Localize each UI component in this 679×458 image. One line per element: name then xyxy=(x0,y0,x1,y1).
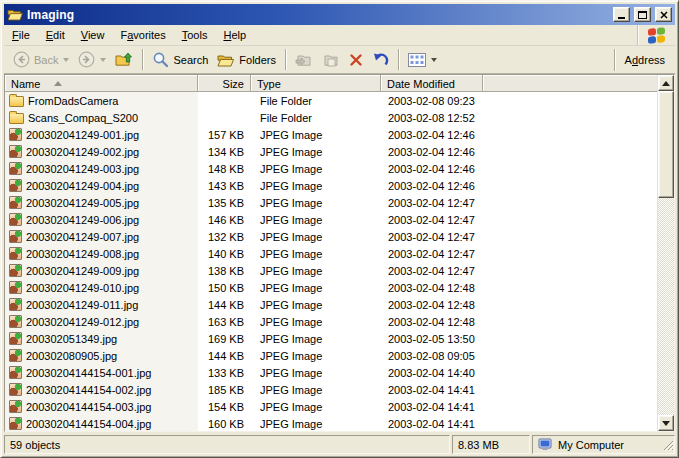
file-date-modified: 2003-02-04 14:41 xyxy=(381,384,483,396)
close-button[interactable] xyxy=(655,7,672,22)
file-date-modified: 2003-02-04 12:46 xyxy=(381,163,483,175)
file-size: 148 KB xyxy=(198,163,251,175)
jpeg-image-icon xyxy=(9,298,22,311)
table-row[interactable]: 200302041249-006.jpg 146 KB JPEG Image 2… xyxy=(5,211,657,228)
folder-icon xyxy=(9,96,24,107)
file-type: JPEG Image xyxy=(251,129,381,141)
table-row[interactable]: 200302041249-005.jpg 135 KB JPEG Image 2… xyxy=(5,194,657,211)
menu-help[interactable]: Help xyxy=(215,25,254,45)
file-type: JPEG Image xyxy=(251,214,381,226)
forward-icon xyxy=(78,51,95,68)
table-row[interactable]: 20030204144154-004.jpg 160 KB JPEG Image… xyxy=(5,415,657,431)
file-size: 144 KB xyxy=(198,350,251,362)
scroll-up-button[interactable] xyxy=(658,75,674,91)
table-row[interactable]: 200302041249-007.jpg 132 KB JPEG Image 2… xyxy=(5,228,657,245)
file-type: JPEG Image xyxy=(251,163,381,175)
file-name: 200302041249-001.jpg xyxy=(26,129,139,141)
back-button[interactable]: Back xyxy=(9,48,73,71)
toolbar-separator xyxy=(398,49,399,70)
table-row[interactable]: 200302041249-010.jpg 150 KB JPEG Image 2… xyxy=(5,279,657,296)
scrollbar-track[interactable] xyxy=(658,198,674,415)
table-row[interactable]: 200302041249-008.jpg 140 KB JPEG Image 2… xyxy=(5,245,657,262)
menu-file[interactable]: File xyxy=(4,25,38,45)
file-date-modified: 2003-02-04 12:48 xyxy=(381,299,483,311)
forward-dropdown-icon[interactable] xyxy=(100,58,106,62)
move-to-button[interactable] xyxy=(291,50,317,70)
table-row[interactable]: 200302041249-012.jpg 163 KB JPEG Image 2… xyxy=(5,313,657,330)
titlebar[interactable]: Imaging xyxy=(4,4,675,25)
file-date-modified: 2003-02-04 14:41 xyxy=(381,418,483,430)
file-size: 132 KB xyxy=(198,231,251,243)
forward-button[interactable] xyxy=(74,48,110,71)
address-label: Address xyxy=(625,54,665,66)
file-date-modified: 2003-02-04 12:48 xyxy=(381,282,483,294)
copy-to-icon xyxy=(322,53,340,67)
table-row[interactable]: Scans_Compaq_S200 File Folder 2003-02-08… xyxy=(5,109,657,126)
menu-favorites[interactable]: Favorites xyxy=(112,25,173,45)
delete-x-icon xyxy=(349,53,363,67)
file-type: JPEG Image xyxy=(251,418,381,430)
file-date-modified: 2003-02-04 14:41 xyxy=(381,401,483,413)
back-dropdown-icon[interactable] xyxy=(63,58,69,62)
column-header-size[interactable]: Size xyxy=(198,75,251,92)
column-header-type[interactable]: Type xyxy=(251,75,381,92)
file-date-modified: 2003-02-04 12:47 xyxy=(381,231,483,243)
up-folder-icon xyxy=(115,52,133,67)
file-size: 134 KB xyxy=(198,146,251,158)
table-row[interactable]: 20030204144154-003.jpg 154 KB JPEG Image… xyxy=(5,398,657,415)
file-list-view: Name Size Type Date Modified FromDadsCam… xyxy=(4,74,675,432)
scroll-down-button[interactable] xyxy=(658,415,674,431)
file-date-modified: 2003-02-04 12:47 xyxy=(381,248,483,260)
table-row[interactable]: 20030204144154-001.jpg 133 KB JPEG Image… xyxy=(5,364,657,381)
file-size: 138 KB xyxy=(198,265,251,277)
jpeg-image-icon xyxy=(9,264,22,277)
views-button[interactable] xyxy=(404,50,441,70)
jpeg-image-icon xyxy=(9,128,22,141)
table-row[interactable]: 200302041249-009.jpg 138 KB JPEG Image 2… xyxy=(5,262,657,279)
file-type: JPEG Image xyxy=(251,265,381,277)
status-total-size: 8.83 MB xyxy=(452,435,530,454)
delete-button[interactable] xyxy=(345,50,367,70)
column-header-name[interactable]: Name xyxy=(5,75,198,92)
column-header-date-modified[interactable]: Date Modified xyxy=(381,75,483,92)
file-type: JPEG Image xyxy=(251,401,381,413)
resize-grip[interactable] xyxy=(661,438,674,453)
file-name: 200302041249-002.jpg xyxy=(26,146,139,158)
menu-edit[interactable]: Edit xyxy=(38,25,73,45)
copy-to-button[interactable] xyxy=(318,50,344,70)
jpeg-image-icon xyxy=(9,366,22,379)
menu-view[interactable]: View xyxy=(73,25,113,45)
minimize-button[interactable] xyxy=(613,7,630,22)
table-row[interactable]: 200302051349.jpg 169 KB JPEG Image 2003-… xyxy=(5,330,657,347)
table-row[interactable]: 200302041249-003.jpg 148 KB JPEG Image 2… xyxy=(5,160,657,177)
jpeg-image-icon xyxy=(9,162,22,175)
table-row[interactable]: 200302041249-002.jpg 134 KB JPEG Image 2… xyxy=(5,143,657,160)
scrollbar-thumb[interactable] xyxy=(658,91,674,198)
back-icon xyxy=(13,51,30,68)
table-row[interactable]: 200302041249-011.jpg 144 KB JPEG Image 2… xyxy=(5,296,657,313)
table-row[interactable]: 200302041249-001.jpg 157 KB JPEG Image 2… xyxy=(5,126,657,143)
table-row[interactable]: FromDadsCamera File Folder 2003-02-08 09… xyxy=(5,92,657,109)
folders-icon xyxy=(217,53,235,67)
file-name: 200302041249-008.jpg xyxy=(26,248,139,260)
file-name: 20030204144154-001.jpg xyxy=(26,367,151,379)
file-type: JPEG Image xyxy=(251,197,381,209)
search-button[interactable]: Search xyxy=(148,48,212,71)
jpeg-image-icon xyxy=(9,281,22,294)
table-row[interactable]: 200302041249-004.jpg 143 KB JPEG Image 2… xyxy=(5,177,657,194)
up-button[interactable] xyxy=(111,49,137,70)
address-bar-button[interactable]: Address xyxy=(614,49,673,71)
views-dropdown-icon[interactable] xyxy=(431,58,437,62)
scroll-down-icon xyxy=(662,421,670,426)
vertical-scrollbar[interactable] xyxy=(657,75,674,431)
menu-tools[interactable]: Tools xyxy=(174,25,216,45)
explorer-window: Imaging FileEditViewFavoritesToolsHelp B… xyxy=(0,0,679,458)
file-size: 163 KB xyxy=(198,316,251,328)
folders-button[interactable]: Folders xyxy=(213,50,280,70)
table-row[interactable]: 20030204144154-002.jpg 185 KB JPEG Image… xyxy=(5,381,657,398)
jpeg-image-icon xyxy=(9,196,22,209)
maximize-button[interactable] xyxy=(634,7,651,22)
table-row[interactable]: 200302080905.jpg 144 KB JPEG Image 2003-… xyxy=(5,347,657,364)
file-size: 146 KB xyxy=(198,214,251,226)
undo-button[interactable] xyxy=(368,49,393,70)
